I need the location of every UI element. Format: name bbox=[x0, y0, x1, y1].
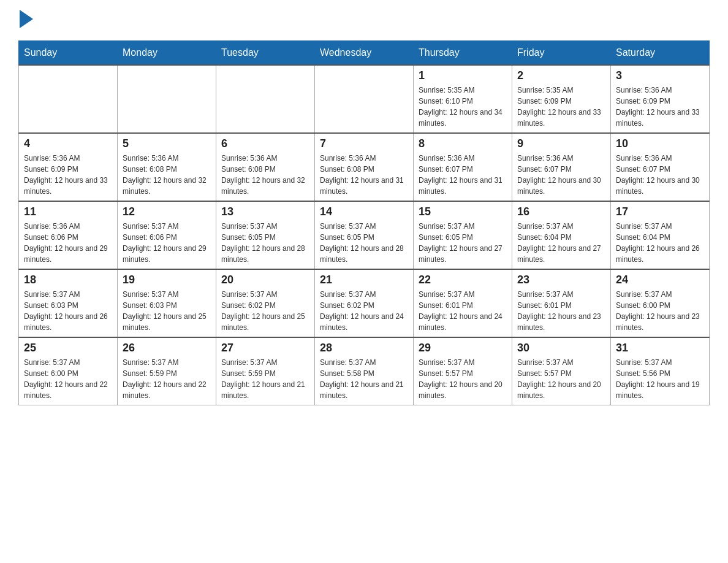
day-info: Sunrise: 5:37 AM Sunset: 6:04 PM Dayligh… bbox=[616, 221, 704, 265]
calendar-cell: 26Sunrise: 5:37 AM Sunset: 5:59 PM Dayli… bbox=[118, 337, 216, 405]
calendar-cell: 2Sunrise: 5:35 AM Sunset: 6:09 PM Daylig… bbox=[512, 65, 611, 133]
week-row-4: 18Sunrise: 5:37 AM Sunset: 6:03 PM Dayli… bbox=[19, 269, 710, 337]
day-info: Sunrise: 5:37 AM Sunset: 6:05 PM Dayligh… bbox=[320, 221, 408, 265]
day-number: 23 bbox=[517, 274, 605, 286]
day-info: Sunrise: 5:36 AM Sunset: 6:07 PM Dayligh… bbox=[517, 153, 605, 197]
calendar-cell: 16Sunrise: 5:37 AM Sunset: 6:04 PM Dayli… bbox=[512, 201, 611, 269]
day-number: 14 bbox=[320, 205, 408, 218]
page-header bbox=[18, 12, 710, 28]
column-header-wednesday: Wednesday bbox=[315, 41, 414, 66]
svg-marker-0 bbox=[20, 10, 33, 28]
day-info: Sunrise: 5:37 AM Sunset: 5:57 PM Dayligh… bbox=[517, 357, 605, 401]
day-info: Sunrise: 5:35 AM Sunset: 6:10 PM Dayligh… bbox=[419, 85, 507, 129]
logo-arrow-icon bbox=[20, 10, 33, 28]
day-number: 11 bbox=[24, 205, 112, 218]
day-number: 21 bbox=[320, 274, 408, 286]
calendar-cell: 28Sunrise: 5:37 AM Sunset: 5:58 PM Dayli… bbox=[315, 337, 414, 405]
day-info: Sunrise: 5:36 AM Sunset: 6:08 PM Dayligh… bbox=[221, 153, 309, 197]
calendar-cell: 24Sunrise: 5:37 AM Sunset: 6:00 PM Dayli… bbox=[611, 269, 710, 337]
calendar-cell: 19Sunrise: 5:37 AM Sunset: 6:03 PM Dayli… bbox=[118, 269, 216, 337]
day-number: 20 bbox=[221, 274, 309, 286]
calendar-cell: 7Sunrise: 5:36 AM Sunset: 6:08 PM Daylig… bbox=[315, 133, 414, 201]
day-info: Sunrise: 5:37 AM Sunset: 5:56 PM Dayligh… bbox=[616, 357, 704, 401]
calendar-cell: 3Sunrise: 5:36 AM Sunset: 6:09 PM Daylig… bbox=[611, 65, 710, 133]
calendar-header-row: SundayMondayTuesdayWednesdayThursdayFrid… bbox=[19, 41, 710, 66]
day-info: Sunrise: 5:37 AM Sunset: 6:03 PM Dayligh… bbox=[123, 289, 211, 333]
day-info: Sunrise: 5:37 AM Sunset: 5:58 PM Dayligh… bbox=[320, 357, 408, 401]
day-info: Sunrise: 5:37 AM Sunset: 6:02 PM Dayligh… bbox=[221, 289, 309, 333]
calendar-cell: 12Sunrise: 5:37 AM Sunset: 6:06 PM Dayli… bbox=[118, 201, 216, 269]
day-info: Sunrise: 5:36 AM Sunset: 6:06 PM Dayligh… bbox=[24, 221, 112, 265]
day-number: 16 bbox=[517, 205, 605, 218]
day-info: Sunrise: 5:36 AM Sunset: 6:09 PM Dayligh… bbox=[24, 153, 112, 197]
day-info: Sunrise: 5:37 AM Sunset: 6:04 PM Dayligh… bbox=[517, 221, 605, 265]
day-info: Sunrise: 5:37 AM Sunset: 6:01 PM Dayligh… bbox=[419, 289, 507, 333]
day-number: 1 bbox=[419, 69, 507, 82]
day-number: 7 bbox=[320, 137, 408, 150]
calendar-table: SundayMondayTuesdayWednesdayThursdayFrid… bbox=[18, 40, 710, 405]
day-number: 30 bbox=[517, 342, 605, 354]
day-info: Sunrise: 5:37 AM Sunset: 6:06 PM Dayligh… bbox=[123, 221, 211, 265]
logo bbox=[18, 12, 33, 28]
column-header-monday: Monday bbox=[118, 41, 216, 66]
calendar-cell bbox=[118, 65, 216, 133]
day-info: Sunrise: 5:36 AM Sunset: 6:09 PM Dayligh… bbox=[616, 85, 704, 129]
column-header-friday: Friday bbox=[512, 41, 611, 66]
calendar-cell: 11Sunrise: 5:36 AM Sunset: 6:06 PM Dayli… bbox=[19, 201, 118, 269]
day-info: Sunrise: 5:36 AM Sunset: 6:07 PM Dayligh… bbox=[616, 153, 704, 197]
calendar-cell: 5Sunrise: 5:36 AM Sunset: 6:08 PM Daylig… bbox=[118, 133, 216, 201]
calendar-cell: 6Sunrise: 5:36 AM Sunset: 6:08 PM Daylig… bbox=[216, 133, 315, 201]
calendar-cell: 25Sunrise: 5:37 AM Sunset: 6:00 PM Dayli… bbox=[19, 337, 118, 405]
calendar-cell: 29Sunrise: 5:37 AM Sunset: 5:57 PM Dayli… bbox=[414, 337, 512, 405]
day-info: Sunrise: 5:37 AM Sunset: 5:59 PM Dayligh… bbox=[123, 357, 211, 401]
day-number: 3 bbox=[616, 69, 704, 82]
calendar-cell: 23Sunrise: 5:37 AM Sunset: 6:01 PM Dayli… bbox=[512, 269, 611, 337]
calendar-cell: 22Sunrise: 5:37 AM Sunset: 6:01 PM Dayli… bbox=[414, 269, 512, 337]
day-info: Sunrise: 5:37 AM Sunset: 6:01 PM Dayligh… bbox=[517, 289, 605, 333]
day-number: 15 bbox=[419, 205, 507, 218]
calendar-cell: 10Sunrise: 5:36 AM Sunset: 6:07 PM Dayli… bbox=[611, 133, 710, 201]
week-row-2: 4Sunrise: 5:36 AM Sunset: 6:09 PM Daylig… bbox=[19, 133, 710, 201]
calendar-cell: 8Sunrise: 5:36 AM Sunset: 6:07 PM Daylig… bbox=[414, 133, 512, 201]
calendar-cell: 18Sunrise: 5:37 AM Sunset: 6:03 PM Dayli… bbox=[19, 269, 118, 337]
calendar-cell: 21Sunrise: 5:37 AM Sunset: 6:02 PM Dayli… bbox=[315, 269, 414, 337]
column-header-tuesday: Tuesday bbox=[216, 41, 315, 66]
day-number: 13 bbox=[221, 205, 309, 218]
calendar-cell: 9Sunrise: 5:36 AM Sunset: 6:07 PM Daylig… bbox=[512, 133, 611, 201]
day-number: 26 bbox=[123, 342, 211, 354]
day-number: 9 bbox=[517, 137, 605, 150]
day-number: 17 bbox=[616, 205, 704, 218]
day-number: 18 bbox=[24, 274, 112, 286]
day-number: 31 bbox=[616, 342, 704, 354]
day-number: 8 bbox=[419, 137, 507, 150]
day-number: 29 bbox=[419, 342, 507, 354]
column-header-thursday: Thursday bbox=[414, 41, 512, 66]
calendar-cell: 13Sunrise: 5:37 AM Sunset: 6:05 PM Dayli… bbox=[216, 201, 315, 269]
calendar-cell: 15Sunrise: 5:37 AM Sunset: 6:05 PM Dayli… bbox=[414, 201, 512, 269]
day-info: Sunrise: 5:37 AM Sunset: 5:57 PM Dayligh… bbox=[419, 357, 507, 401]
column-header-sunday: Sunday bbox=[19, 41, 118, 66]
calendar-cell: 14Sunrise: 5:37 AM Sunset: 6:05 PM Dayli… bbox=[315, 201, 414, 269]
calendar-cell: 1Sunrise: 5:35 AM Sunset: 6:10 PM Daylig… bbox=[414, 65, 512, 133]
calendar-cell: 27Sunrise: 5:37 AM Sunset: 5:59 PM Dayli… bbox=[216, 337, 315, 405]
day-number: 22 bbox=[419, 274, 507, 286]
calendar-cell: 20Sunrise: 5:37 AM Sunset: 6:02 PM Dayli… bbox=[216, 269, 315, 337]
calendar-cell: 31Sunrise: 5:37 AM Sunset: 5:56 PM Dayli… bbox=[611, 337, 710, 405]
day-number: 4 bbox=[24, 137, 112, 150]
day-info: Sunrise: 5:37 AM Sunset: 6:00 PM Dayligh… bbox=[24, 357, 112, 401]
calendar-cell: 17Sunrise: 5:37 AM Sunset: 6:04 PM Dayli… bbox=[611, 201, 710, 269]
calendar-cell bbox=[216, 65, 315, 133]
column-header-saturday: Saturday bbox=[611, 41, 710, 66]
day-info: Sunrise: 5:37 AM Sunset: 6:03 PM Dayligh… bbox=[24, 289, 112, 333]
calendar-cell: 4Sunrise: 5:36 AM Sunset: 6:09 PM Daylig… bbox=[19, 133, 118, 201]
day-number: 6 bbox=[221, 137, 309, 150]
day-number: 27 bbox=[221, 342, 309, 354]
day-info: Sunrise: 5:36 AM Sunset: 6:08 PM Dayligh… bbox=[123, 153, 211, 197]
calendar-cell bbox=[19, 65, 118, 133]
day-number: 28 bbox=[320, 342, 408, 354]
calendar-cell bbox=[315, 65, 414, 133]
calendar-cell: 30Sunrise: 5:37 AM Sunset: 5:57 PM Dayli… bbox=[512, 337, 611, 405]
day-number: 24 bbox=[616, 274, 704, 286]
day-info: Sunrise: 5:37 AM Sunset: 6:05 PM Dayligh… bbox=[221, 221, 309, 265]
day-number: 19 bbox=[123, 274, 211, 286]
